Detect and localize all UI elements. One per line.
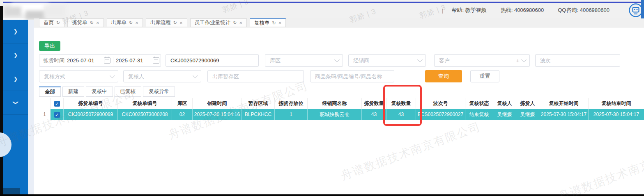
cell-reviewer: 吴继媛	[493, 109, 516, 120]
status-tab-reviewing[interactable]: 复核中	[86, 87, 113, 97]
warehouse-zone-select[interactable]	[265, 54, 343, 67]
col-staging-area: 暂存区域	[242, 98, 275, 109]
hotline-link[interactable]: 热线: 4006980600	[501, 7, 544, 14]
product-search-field[interactable]	[310, 70, 394, 82]
col-picking-slot: 拣货存放位	[275, 98, 308, 109]
status-tab-new[interactable]: 新建	[62, 87, 84, 97]
col-created-time: 创建时间	[193, 98, 242, 109]
cell-zone: 02	[172, 109, 193, 120]
row-index-header	[39, 98, 51, 109]
row-index: 1	[39, 109, 51, 120]
chevron-right-icon: ❯	[14, 76, 18, 82]
cell-picking-qty: 43	[362, 109, 386, 120]
tab-outbound-flow[interactable]: 出库流程 ↻ ×	[146, 18, 187, 27]
cell-review-start-time: 2025-07-30 15:04:17	[539, 109, 589, 120]
tab-staff-workload-stats[interactable]: 员工作业量统计 ↻ ×	[190, 18, 247, 27]
col-review-status: 复核状态	[465, 98, 493, 109]
refresh-icon[interactable]: ↻	[90, 20, 94, 25]
status-tab-all[interactable]: 全部	[39, 87, 61, 97]
wave-field[interactable]	[535, 54, 620, 67]
tab-review-order-active[interactable]: 复核单 ↻ ×	[250, 18, 286, 27]
refresh-icon[interactable]: ↻	[56, 20, 60, 25]
refresh-icon[interactable]: ↻	[173, 20, 177, 25]
page-tab-bar: 首页 ↻ 拣货单 ↻ × 出库单 ↻ × 出库流程 ↻ × 员工作业量统计 ↻ …	[34, 18, 644, 27]
col-picking-qty: 拣货数量	[362, 98, 386, 109]
collapsed-sidebar: ❯ ❯ ❯ ❯	[3, 20, 28, 194]
review-orders-table: ✓ 拣货单编号 复核单编号 库区 创建时间 暂存区域 拣货存放位 经销商名称 拣…	[39, 98, 644, 120]
col-review-end-time: 复核结束时间	[589, 98, 644, 109]
chevron-down-icon	[334, 57, 340, 62]
cell-distributor-name: 驼城快购云仓	[308, 109, 362, 120]
date-separator	[113, 57, 113, 64]
col-reviewer: 复核人	[493, 98, 516, 109]
main-content: 导出 拣货时间 2025-07-01 2025-07-31 +	[34, 28, 644, 194]
reviewer-input[interactable]	[127, 73, 191, 80]
reset-button[interactable]: 重置	[470, 70, 499, 82]
wave-input[interactable]	[539, 57, 616, 64]
col-review-qty: 复核数量	[386, 98, 416, 109]
customer-select[interactable]: +	[434, 54, 530, 67]
plus-icon[interactable]: +	[516, 57, 520, 64]
bottom-black-edge	[0, 194, 644, 196]
refresh-icon[interactable]: ↻	[272, 21, 276, 26]
staging-area-input[interactable]	[212, 73, 300, 80]
close-icon[interactable]: ×	[278, 21, 282, 25]
review-method-input[interactable]	[43, 73, 108, 80]
qq-contact-link[interactable]: QQ咨询: 4006980600	[558, 7, 610, 14]
cell-wave-no: BCS0025072900027	[416, 109, 465, 120]
calendar-icon[interactable]	[153, 57, 159, 64]
staging-area-field[interactable]	[207, 70, 304, 82]
date-to-value: 2025-07-31	[116, 57, 150, 64]
sidebar-item-3[interactable]: ❯	[3, 67, 28, 91]
sidebar-item-4-expanded[interactable]: ❯	[3, 91, 28, 115]
topbar-divider: |	[442, 7, 443, 14]
distributor-select[interactable]	[348, 54, 426, 67]
reviewer-select[interactable]	[123, 70, 201, 82]
sidebar-sub-strip	[28, 20, 34, 194]
col-review-order-no: 复核单编号	[118, 98, 172, 109]
close-icon[interactable]: ×	[179, 21, 183, 25]
sidebar-item-1[interactable]: ❯	[3, 20, 28, 43]
topbar-links: | 帮助: 教学视频 热线: 4006980600 QQ咨询: 40069806…	[442, 2, 610, 18]
chevron-down-icon	[193, 73, 198, 78]
table-header-row: ✓ 拣货单编号 复核单编号 库区 创建时间 暂存区域 拣货存放位 经销商名称 拣…	[39, 98, 644, 109]
help-link[interactable]: 帮助: 教学视频	[451, 7, 486, 14]
refresh-icon[interactable]: ↻	[233, 20, 237, 25]
cell-review-status: 结束复核	[465, 109, 493, 120]
warehouse-zone-input[interactable]	[269, 57, 333, 64]
close-icon[interactable]: ×	[135, 21, 138, 25]
close-icon[interactable]: ×	[96, 21, 99, 25]
sidebar-item-2[interactable]: ❯	[3, 43, 28, 67]
tab-outbound-order[interactable]: 出库单 ↻ ×	[107, 18, 143, 27]
distributor-input[interactable]	[352, 57, 416, 64]
date-range-label: 拣货时间	[43, 57, 64, 64]
cell-review-qty: 43	[386, 109, 416, 120]
export-button[interactable]: 导出	[39, 41, 60, 51]
customer-input[interactable]	[438, 57, 513, 64]
calendar-icon[interactable]	[104, 57, 110, 64]
order-number-input[interactable]	[170, 57, 255, 64]
picking-date-range-field[interactable]: 拣货时间 2025-07-01 2025-07-31	[39, 54, 161, 67]
col-distributor-name: 经销商名称	[308, 98, 362, 109]
cell-created-time: 2025-07-30 15:04:16	[193, 109, 242, 120]
cell-picking-slot: 1	[275, 109, 308, 120]
row-checkbox[interactable]: ✓	[54, 112, 60, 118]
tab-picking-order[interactable]: 拣货单 ↻ ×	[67, 18, 104, 27]
top-header-bar: | 帮助: 教学视频 热线: 4006980600 QQ咨询: 40069806…	[0, 0, 644, 18]
order-number-field[interactable]	[166, 54, 259, 67]
chevron-down-icon: ❯	[13, 100, 19, 105]
close-icon[interactable]: ×	[239, 21, 242, 25]
chevron-right-icon: ❯	[14, 52, 18, 58]
search-button[interactable]: 查询	[425, 70, 462, 82]
status-tab-review-abnormal[interactable]: 复核异常	[143, 87, 175, 97]
status-tab-reviewed[interactable]: 已复核	[115, 87, 142, 97]
col-wave-no: 波次号	[416, 98, 465, 109]
tab-home[interactable]: 首页 ↻	[39, 18, 64, 27]
select-all-checkbox[interactable]: ✓	[54, 101, 60, 107]
product-search-input[interactable]	[314, 73, 390, 80]
chevron-right-icon: ❯	[14, 28, 18, 34]
refresh-icon[interactable]: ↻	[129, 20, 133, 25]
col-review-start-time: 复核开始时间	[539, 98, 589, 109]
table-row[interactable]: 1 ✓ CKJ0025072900069 CKC0025073000208 02…	[39, 109, 644, 120]
review-method-select[interactable]	[39, 70, 118, 82]
